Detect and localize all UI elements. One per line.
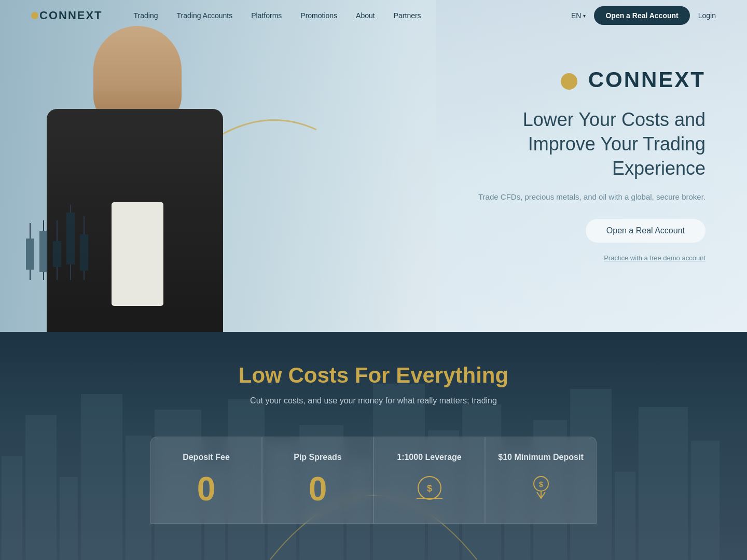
nav-about[interactable]: About <box>356 11 375 20</box>
chevron-down-icon: ▾ <box>583 13 586 19</box>
logo-dot-icon <box>561 73 577 90</box>
nav-login-button[interactable]: Login <box>698 11 716 20</box>
hero-person-image <box>31 26 332 332</box>
nav-open-account-button[interactable]: Open a Real Account <box>594 6 689 25</box>
costs-title: Low Costs For Everything <box>239 363 508 388</box>
hero-demo-link[interactable]: Practice with a free demo account <box>457 254 706 262</box>
costs-subtitle: Cut your costs, and use your money for w… <box>250 396 497 405</box>
nav-trading-accounts[interactable]: Trading Accounts <box>177 11 233 20</box>
min-deposit-icon: $ <box>496 472 586 508</box>
hero-logo-text: CONNEXT <box>588 67 706 92</box>
language-selector[interactable]: EN ▾ <box>571 11 586 20</box>
stats-row: Deposit Fee 0 Pip Spreads 0 1:1000 Lever… <box>150 437 597 524</box>
hero-headline: Lower Your Costs and Improve Your Tradin… <box>457 108 706 180</box>
hero-subtext: Trade CFDs, precious metals, and oil wit… <box>457 191 706 203</box>
nav-partners[interactable]: Partners <box>394 11 421 20</box>
candle-3 <box>53 220 61 280</box>
costs-section: Low Costs For Everything Cut your costs,… <box>0 332 747 560</box>
stat-leverage-label: 1:1000 Leverage <box>384 453 474 462</box>
navbar: CONNEXT Trading Trading Accounts Platfor… <box>0 0 747 31</box>
candle-4 <box>66 205 75 280</box>
stat-pip-spreads: Pip Spreads 0 <box>262 437 374 524</box>
nav-promotions[interactable]: Promotions <box>300 11 337 20</box>
candle-2 <box>39 220 48 280</box>
nav-platforms[interactable]: Platforms <box>251 11 282 20</box>
svg-text:$: $ <box>426 483 432 494</box>
hero-content: CONNEXT Lower Your Costs and Improve You… <box>457 67 706 262</box>
hero-cta-group: Open a Real Account Practice with a free… <box>457 219 706 262</box>
candlestick-chart <box>26 205 88 280</box>
stat-deposit-fee: Deposit Fee 0 <box>150 437 262 524</box>
stat-deposit-fee-value: 0 <box>161 472 251 506</box>
candle-5 <box>80 216 88 280</box>
candle-1 <box>26 223 34 280</box>
hero-section: CONNEXT Lower Your Costs and Improve You… <box>0 0 747 332</box>
stat-pip-spreads-value: 0 <box>273 472 363 506</box>
hero-logo: CONNEXT <box>457 67 706 92</box>
nav-links: Trading Trading Accounts Platforms Promo… <box>134 11 571 20</box>
stat-pip-spreads-label: Pip Spreads <box>273 453 363 462</box>
nav-trading[interactable]: Trading <box>134 11 158 20</box>
leverage-icon: $ <box>384 472 474 508</box>
stat-min-deposit-label: $10 Minimum Deposit <box>496 453 586 462</box>
person-shirt <box>112 202 163 306</box>
hero-open-account-button[interactable]: Open a Real Account <box>586 219 706 243</box>
nav-right: EN ▾ Open a Real Account Login <box>571 6 716 25</box>
stat-min-deposit: $10 Minimum Deposit $ <box>485 437 597 524</box>
svg-text:$: $ <box>539 480 543 488</box>
stat-deposit-fee-label: Deposit Fee <box>161 453 251 462</box>
stat-leverage: 1:1000 Leverage $ <box>374 437 485 524</box>
nav-logo[interactable]: CONNEXT <box>31 9 103 22</box>
